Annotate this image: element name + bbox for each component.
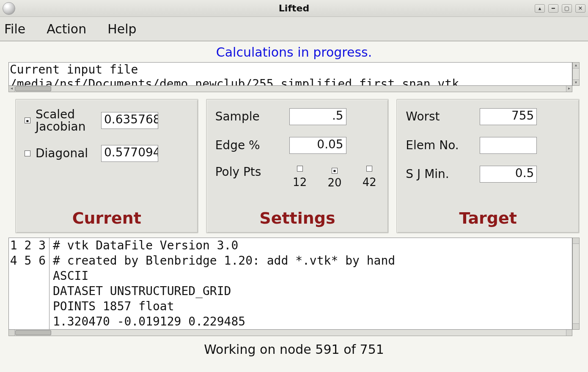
menu-file[interactable]: File — [4, 22, 25, 36]
close-icon[interactable]: ✕ — [575, 4, 585, 13]
maximize-icon[interactable]: ▢ — [562, 4, 572, 13]
panel-target: Worst 755 Elem No. S J Min. 0.5 Target — [396, 99, 580, 233]
elemno-label: Elem No. — [406, 139, 480, 151]
polypts-12-checkbox[interactable] — [297, 166, 303, 172]
scaled-jacobian-value[interactable]: 0.635768 — [101, 112, 158, 129]
editor-gutter: 1 2 3 4 5 6 — [9, 238, 49, 329]
worst-label: Worst — [406, 110, 480, 123]
diagonal-checkbox[interactable] — [25, 150, 30, 156]
editor-hscroll[interactable] — [8, 330, 572, 336]
edge-value[interactable]: 0.05 — [289, 137, 346, 154]
sample-value[interactable]: .5 — [289, 108, 346, 125]
panel-settings: Sample .5 Edge % 0.05 Poly Pts 12 ▪ 20 4… — [206, 99, 389, 233]
panels-row: ▪ Scaled Jacobian 0.635768 Diagonal 0.57… — [15, 99, 580, 233]
editor-vscroll[interactable] — [572, 238, 580, 330]
panel-current: ▪ Scaled Jacobian 0.635768 Diagonal 0.57… — [15, 99, 198, 233]
app-icon — [3, 2, 15, 15]
polypts-12-label: 12 — [293, 176, 307, 189]
editor-code[interactable]: # vtk DataFile Version 3.0 # created by … — [49, 238, 395, 329]
sjmin-label: S J Min. — [406, 168, 480, 180]
minimize-icon[interactable]: ━ — [548, 4, 558, 13]
menubar: File Action Help — [0, 17, 588, 41]
status-message: Calculations in progress. — [0, 41, 588, 62]
scaled-jacobian-checkbox[interactable]: ▪ — [25, 118, 30, 123]
polypts-42-checkbox[interactable] — [366, 166, 372, 172]
editor[interactable]: 1 2 3 4 5 6 # vtk DataFile Version 3.0 #… — [8, 238, 572, 330]
scaled-jacobian-label: Scaled Jacobian — [36, 108, 101, 133]
panel-settings-title: Settings — [207, 209, 388, 227]
polypts-42-label: 42 — [363, 176, 376, 189]
polypts-20-label: 20 — [327, 176, 341, 189]
window-buttons: ▴ ━ ▢ ✕ — [535, 4, 585, 13]
elemno-value[interactable] — [480, 137, 537, 154]
input-file-vscroll[interactable]: ▴▾ — [572, 62, 580, 86]
polypts-group: 12 ▪ 20 42 — [290, 166, 380, 189]
titlebar: Lifted ▴ ━ ▢ ✕ — [0, 0, 588, 17]
polypts-20-checkbox[interactable]: ▪ — [332, 168, 338, 174]
menu-help[interactable]: Help — [107, 22, 136, 36]
progress-text: Working on node 591 of 751 — [0, 342, 588, 357]
rollup-icon[interactable]: ▴ — [535, 4, 545, 13]
sample-label: Sample — [215, 110, 289, 123]
panel-current-title: Current — [16, 209, 198, 227]
input-file-hscroll[interactable]: ◂▸ — [8, 86, 572, 92]
diagonal-label: Diagonal — [36, 147, 101, 159]
worst-value[interactable]: 755 — [480, 108, 537, 125]
input-file-area-wrap: Current input file /media/nsf/Documents/… — [8, 62, 580, 92]
sjmin-value[interactable]: 0.5 — [480, 166, 537, 183]
editor-wrap: 1 2 3 4 5 6 # vtk DataFile Version 3.0 #… — [8, 238, 580, 336]
input-file-area[interactable]: Current input file /media/nsf/Documents/… — [8, 62, 572, 86]
panel-target-title: Target — [397, 209, 579, 227]
edge-label: Edge % — [215, 139, 289, 151]
polypts-label: Poly Pts — [215, 166, 286, 178]
window-title: Lifted — [0, 3, 588, 14]
menu-action[interactable]: Action — [47, 22, 86, 36]
diagonal-value[interactable]: 0.577094 — [101, 145, 158, 162]
